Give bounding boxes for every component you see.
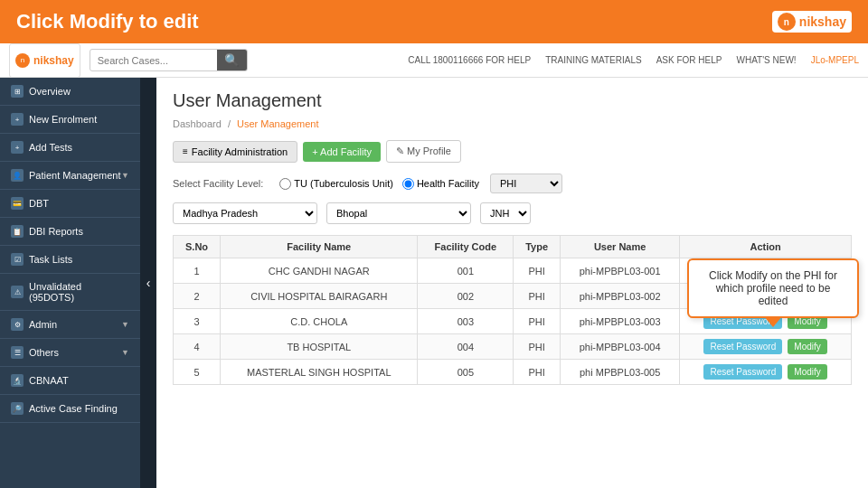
reset-password-button[interactable]: Reset Password (703, 364, 782, 380)
content-area: User Management Dashboard / User Managem… (156, 78, 868, 488)
state-filter[interactable]: Madhya Pradesh (173, 202, 317, 224)
radio-hf-input[interactable] (402, 178, 414, 190)
nav-help[interactable]: CALL 1800116666 FOR HELP (408, 55, 531, 65)
sidebar-item-new-enrolment[interactable]: + New Enrolment (0, 106, 140, 134)
brand-name: nikshay (33, 54, 74, 67)
active-case-icon: 🔎 (11, 402, 24, 415)
tabs-bar: ≡ Facility Administration + Add Facility… (173, 140, 852, 163)
sidebar-item-dbi-reports[interactable]: 📋 DBI Reports (0, 218, 140, 246)
breadcrumb: Dashboard / User Management (173, 118, 852, 129)
col-user: User Name (561, 236, 680, 258)
sidebar-label-unvalidated: Unvalidated (95DOTS) (29, 281, 129, 303)
sidebar-item-patient-management[interactable]: 👤 Patient Management ▼ (0, 162, 140, 190)
cell-code: 004 (418, 334, 514, 360)
facility-level-label: Select Facility Level: (173, 178, 263, 189)
radio-tu[interactable]: TU (Tuberculosis Unit) (279, 178, 393, 190)
cell-sno: 1 (174, 258, 221, 284)
brand-icon: n (15, 53, 30, 68)
cell-code: 003 (418, 309, 514, 334)
sidebar-collapse-button[interactable]: ‹ (140, 78, 156, 488)
sidebar-label-add-tests: Add Tests (29, 142, 129, 153)
cell-type: PHI (514, 284, 561, 309)
cell-user: phi-MPBPL03-002 (561, 284, 680, 309)
col-code: Facility Code (418, 236, 514, 258)
main-layout: ⊞ Overview + New Enrolment + Add Tests 👤… (0, 78, 868, 488)
cell-facility: CIVIL HOSPITAL BAIRAGARH (221, 284, 418, 309)
sidebar-item-unvalidated[interactable]: ⚠ Unvalidated (95DOTS) (0, 274, 140, 311)
sidebar-item-cbnaat[interactable]: 🔬 CBNAAT (0, 367, 140, 395)
callout-tooltip: Click Modify on the PHI for which profil… (687, 258, 859, 318)
breadcrumb-separator: / (228, 118, 231, 129)
cell-user: phi MPBPL03-005 (561, 360, 680, 385)
cell-code: 002 (418, 284, 514, 309)
radio-tu-label: TU (Tuberculosis Unit) (294, 178, 393, 189)
cell-type: PHI (514, 258, 561, 284)
add-facility-button[interactable]: + Add Facility (303, 142, 381, 162)
overview-icon: ⊞ (11, 85, 24, 98)
modify-button[interactable]: Modify (788, 364, 826, 380)
top-nav: n nikshay 🔍 CALL 1800116666 FOR HELP TRA… (0, 43, 868, 78)
my-profile-button[interactable]: ✎ My Profile (386, 140, 461, 163)
my-profile-label: ✎ My Profile (396, 145, 451, 157)
others-arrow-icon: ▼ (121, 348, 129, 357)
sidebar-item-add-tests[interactable]: + Add Tests (0, 134, 140, 162)
search-button[interactable]: 🔍 (217, 50, 247, 70)
reset-password-button[interactable]: Reset Password (703, 339, 782, 354)
arrow-icon: ▼ (121, 171, 129, 180)
facility-select[interactable]: PHI (490, 174, 562, 193)
cell-facility: C.D. CHOLA (221, 309, 418, 334)
sidebar-item-dbt[interactable]: 💳 DBT (0, 190, 140, 218)
col-sno: S.No (174, 236, 221, 258)
nav-links: CALL 1800116666 FOR HELP TRAINING MATERI… (408, 55, 859, 65)
sidebar-label-dbt: DBT (29, 198, 129, 209)
logo-icon: n (778, 13, 796, 31)
breadcrumb-current: User Management (237, 118, 319, 129)
filter-row: Madhya Pradesh Bhopal JNH (173, 202, 852, 224)
radio-tu-input[interactable] (279, 178, 291, 190)
header-banner: Click Modify to edit n nikshay (0, 0, 868, 43)
sidebar-label-patient-management: Patient Management (29, 170, 121, 181)
cell-sno: 2 (174, 284, 221, 309)
tab-facility-admin[interactable]: ≡ Facility Administration (173, 141, 297, 163)
sidebar-label-overview: Overview (29, 86, 129, 97)
col-type: Type (514, 236, 561, 258)
cell-facility: MASTERLAL SINGH HOSPITAL (221, 360, 418, 385)
tu-filter[interactable]: JNH (480, 202, 531, 224)
cell-type: PHI (514, 360, 561, 385)
sidebar-label-others: Others (29, 347, 121, 358)
header-title: Click Modify to edit (16, 10, 199, 33)
modify-button[interactable]: Modify (788, 339, 826, 354)
task-icon: ☑ (11, 253, 24, 266)
sidebar-label-cbnaat: CBNAAT (29, 375, 129, 386)
sidebar-label-dbi: DBI Reports (29, 226, 129, 237)
cell-user: phi-MPBPL03-004 (561, 334, 680, 360)
search-input[interactable] (90, 52, 217, 70)
logo-text: nikshay (799, 14, 846, 29)
tab-facility-admin-label: Facility Administration (192, 146, 288, 157)
add-facility-label: + Add Facility (312, 146, 372, 157)
cell-sno: 3 (174, 309, 221, 334)
radio-hf-label: Health Facility (417, 178, 479, 189)
sidebar-item-others[interactable]: ☰ Others ▼ (0, 339, 140, 367)
cbnaat-icon: 🔬 (11, 374, 24, 387)
nav-user[interactable]: JLo-MPEPL (811, 55, 859, 65)
district-filter[interactable]: Bhopal (326, 202, 471, 224)
new-enrolment-icon: + (11, 113, 24, 126)
sidebar-item-task-lists[interactable]: ☑ Task Lists (0, 246, 140, 274)
sidebar-item-active-case[interactable]: 🔎 Active Case Finding (0, 395, 140, 423)
sidebar-item-overview[interactable]: ⊞ Overview (0, 78, 140, 106)
callout-text: Click Modify on the PHI for which profil… (709, 269, 837, 307)
nav-training[interactable]: TRAINING MATERIALS (545, 55, 642, 65)
nav-whats-new[interactable]: WHAT'S NEW! (736, 55, 796, 65)
page-title: User Management (173, 90, 852, 111)
sidebar-label-new-enrolment: New Enrolment (29, 114, 129, 125)
nav-ask-help[interactable]: ASK FOR HELP (656, 55, 722, 65)
add-tests-icon: + (11, 141, 24, 154)
sidebar-item-admin[interactable]: ⚙ Admin ▼ (0, 311, 140, 339)
breadcrumb-home[interactable]: Dashboard (173, 118, 222, 129)
radio-group: TU (Tuberculosis Unit) Health Facility (279, 178, 479, 190)
cell-user: phi-MPBPL03-003 (561, 309, 680, 334)
admin-arrow-icon: ▼ (121, 320, 129, 329)
header-logo: n nikshay (772, 11, 852, 33)
radio-hf[interactable]: Health Facility (402, 178, 479, 190)
